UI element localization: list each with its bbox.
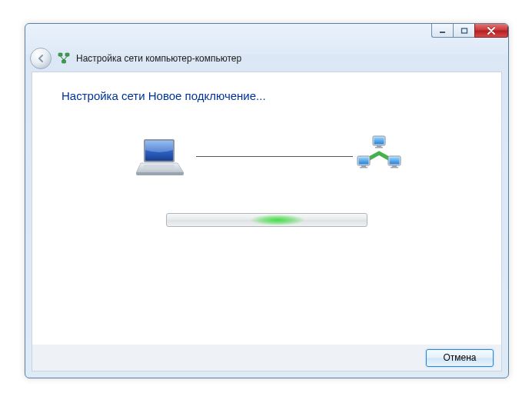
svg-rect-8 xyxy=(144,165,175,169)
network-icon xyxy=(356,135,402,178)
minimize-icon xyxy=(439,28,447,34)
svg-rect-10 xyxy=(374,138,384,145)
back-button[interactable] xyxy=(30,48,52,69)
laptop-icon xyxy=(136,138,185,180)
caption-buttons xyxy=(431,24,508,38)
bottom-bar: Отмена xyxy=(32,345,502,371)
svg-rect-7 xyxy=(136,172,184,175)
svg-rect-20 xyxy=(391,167,398,168)
connection-diagram xyxy=(136,133,397,187)
content-panel: Настройка сети Новое подключение... xyxy=(32,72,502,345)
svg-rect-4 xyxy=(62,60,66,63)
close-icon xyxy=(487,27,496,35)
svg-rect-15 xyxy=(361,165,366,167)
svg-rect-0 xyxy=(440,32,445,33)
wizard-window: Настройка сети компьютер-компьютер Настр… xyxy=(25,23,509,378)
svg-rect-12 xyxy=(375,147,383,148)
nav-strip: Настройка сети компьютер-компьютер xyxy=(25,45,508,72)
connection-line xyxy=(196,156,353,157)
maximize-icon xyxy=(461,28,468,34)
svg-rect-1 xyxy=(461,28,467,33)
progress-bar xyxy=(166,213,367,227)
svg-rect-3 xyxy=(65,53,69,56)
svg-rect-18 xyxy=(390,158,400,165)
maximize-button[interactable] xyxy=(453,24,474,38)
minimize-button[interactable] xyxy=(431,24,453,38)
wizard-icon xyxy=(58,52,70,65)
titlebar xyxy=(25,24,508,45)
svg-rect-11 xyxy=(377,145,381,147)
cancel-button[interactable]: Отмена xyxy=(426,349,494,367)
svg-rect-2 xyxy=(58,53,62,56)
page-heading: Настройка сети Новое подключение... xyxy=(32,72,501,102)
progress-glow xyxy=(247,214,308,226)
svg-rect-16 xyxy=(360,167,367,168)
svg-rect-19 xyxy=(392,165,397,167)
close-button[interactable] xyxy=(474,24,508,38)
back-arrow-icon xyxy=(35,53,46,64)
wizard-title: Настройка сети компьютер-компьютер xyxy=(76,53,241,64)
svg-rect-14 xyxy=(359,158,369,165)
